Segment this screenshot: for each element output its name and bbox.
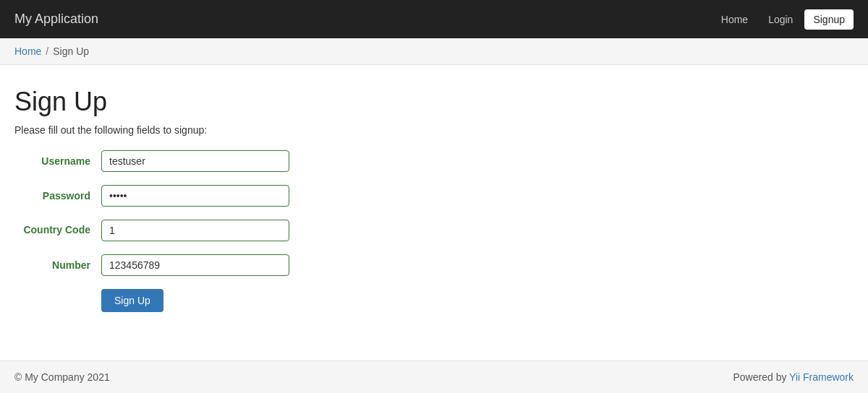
username-input[interactable]: [101, 150, 289, 172]
password-group: Password: [14, 185, 448, 207]
number-input[interactable]: [101, 254, 289, 276]
footer: © My Company 2021 Powered by Yii Framewo…: [0, 360, 868, 393]
breadcrumb: Home / Sign Up: [14, 46, 854, 57]
signup-button[interactable]: Sign Up: [101, 289, 163, 312]
nav-home[interactable]: Home: [712, 9, 757, 30]
country-code-group: Country Code: [14, 220, 448, 241]
page-subtitle: Please fill out the following fields to …: [14, 124, 854, 136]
breadcrumb-separator: /: [46, 46, 48, 57]
footer-framework-link[interactable]: Yii Framework: [789, 371, 854, 383]
username-label: Username: [14, 155, 101, 167]
footer-powered-by: Powered by Yii Framework: [733, 371, 854, 383]
username-group: Username: [14, 150, 448, 172]
breadcrumb-bar: Home / Sign Up: [0, 38, 868, 65]
country-code-label: Country Code: [14, 220, 101, 236]
breadcrumb-home[interactable]: Home: [14, 46, 41, 57]
number-label: Number: [14, 259, 101, 271]
password-input[interactable]: [101, 185, 289, 207]
signup-form: Username Password Country Code Number Si…: [14, 150, 448, 312]
breadcrumb-current: Sign Up: [53, 46, 89, 57]
nav-login[interactable]: Login: [760, 9, 801, 30]
password-label: Password: [14, 190, 101, 202]
navbar: My Application Home Login Signup: [0, 0, 868, 38]
navbar-links: Home Login Signup: [712, 9, 854, 30]
submit-group: Sign Up: [14, 289, 448, 312]
main-content: Sign Up Please fill out the following fi…: [0, 65, 868, 360]
number-group: Number: [14, 254, 448, 276]
footer-copyright: © My Company 2021: [14, 371, 110, 383]
nav-signup[interactable]: Signup: [804, 9, 854, 30]
navbar-brand[interactable]: My Application: [14, 12, 98, 27]
page-title: Sign Up: [14, 87, 854, 117]
country-code-input[interactable]: [101, 220, 289, 241]
